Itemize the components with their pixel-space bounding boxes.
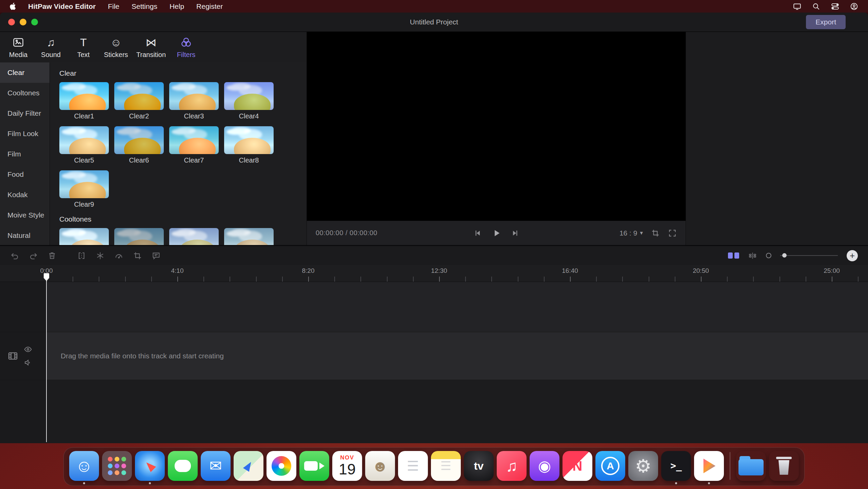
category-clear[interactable]: Clear <box>0 62 50 83</box>
maximize-button[interactable] <box>31 19 38 25</box>
tab-label: Media <box>9 51 27 59</box>
minimize-button[interactable] <box>20 19 26 25</box>
export-button[interactable]: Export <box>806 15 846 29</box>
visibility-icon[interactable] <box>24 345 32 354</box>
prev-frame-icon[interactable] <box>473 229 482 238</box>
search-icon[interactable] <box>812 2 821 11</box>
safari-icon <box>135 451 165 481</box>
tab-transition[interactable]: ⋈Transition <box>136 36 166 59</box>
dock-appstore[interactable]: A <box>595 451 625 481</box>
apple-menu-icon[interactable] <box>9 2 16 10</box>
dock-safari[interactable] <box>135 451 165 481</box>
storyboard-view-icon[interactable] <box>728 252 739 259</box>
dock-hitpaw[interactable] <box>694 451 724 481</box>
mute-icon[interactable] <box>24 358 32 367</box>
track-gutter-lower <box>0 380 46 443</box>
dock-mail[interactable]: ✉ <box>201 451 231 481</box>
aspect-ratio-value: 16 : 9 <box>619 229 637 237</box>
dock-finder[interactable]: ☺ <box>69 451 99 481</box>
dock-facetime[interactable] <box>299 451 329 481</box>
filter-thumb-cooltones-2[interactable] <box>114 228 164 245</box>
menu-settings[interactable]: Settings <box>132 2 157 11</box>
filter-thumb-Clear7[interactable]: Clear7 <box>169 126 219 164</box>
delete-icon[interactable] <box>47 251 57 260</box>
category-natural[interactable]: Natural <box>0 225 50 245</box>
crop-icon[interactable] <box>133 251 142 260</box>
undo-icon[interactable] <box>10 251 19 260</box>
timeline-ruler[interactable]: 0:004:108:2012:3016:4020:5025:00 <box>0 265 868 282</box>
dock-downloads[interactable] <box>736 451 766 481</box>
aspect-ratio-dropdown[interactable]: 16 : 9 ▾ <box>619 229 643 237</box>
playhead[interactable] <box>46 273 47 442</box>
zoom-slider[interactable] <box>780 255 838 256</box>
filter-thumb-Clear1[interactable]: Clear1 <box>59 82 109 120</box>
close-button[interactable] <box>8 19 15 25</box>
category-cooltones[interactable]: Cooltones <box>0 83 50 103</box>
dock-contacts[interactable]: ☻ <box>365 451 395 481</box>
filter-thumb-Clear6[interactable]: Clear6 <box>114 126 164 164</box>
dock-settings[interactable]: ⚙ <box>628 451 658 481</box>
category-daily-filter[interactable]: Daily Filter <box>0 103 50 124</box>
track-view-icon[interactable] <box>748 251 757 260</box>
speed-icon[interactable] <box>114 251 123 260</box>
filter-thumb-cooltones-3[interactable] <box>169 228 219 245</box>
dock-notes[interactable]: ☰ <box>431 451 461 481</box>
freeze-icon[interactable] <box>96 251 105 260</box>
running-indicator <box>83 482 85 484</box>
menu-file[interactable]: File <box>108 2 119 11</box>
split-icon[interactable] <box>77 251 86 260</box>
tab-stickers[interactable]: ☺Stickers <box>104 36 128 59</box>
filter-thumb-Clear8[interactable]: Clear8 <box>224 126 274 164</box>
menu-register[interactable]: Register <box>196 2 223 11</box>
reminders-icon: ☰ <box>398 451 428 481</box>
video-track[interactable]: Drag the media file onto this track and … <box>0 332 868 380</box>
dock-music[interactable]: ♫ <box>497 451 527 481</box>
play-icon[interactable] <box>491 228 501 238</box>
tab-media[interactable]: Media <box>6 36 31 59</box>
control-center-icon[interactable] <box>831 2 840 11</box>
category-film[interactable]: Film <box>0 144 50 164</box>
category-moive-style[interactable]: Moive Style <box>0 205 50 225</box>
filter-thumb-Clear4[interactable]: Clear4 <box>224 82 274 120</box>
filter-thumb-Clear2[interactable]: Clear2 <box>114 82 164 120</box>
filter-preview-image <box>114 82 164 110</box>
filter-thumb-cooltones-1[interactable] <box>59 228 109 245</box>
crop-icon[interactable] <box>651 229 660 238</box>
next-frame-icon[interactable] <box>511 229 520 238</box>
dock-maps[interactable] <box>234 451 263 481</box>
add-track-icon[interactable]: + <box>847 250 858 261</box>
tab-text[interactable]: TText <box>71 36 96 59</box>
zoom-handle[interactable] <box>782 253 787 258</box>
dock-appletv[interactable]: tv <box>464 451 494 481</box>
category-food[interactable]: Food <box>0 164 50 185</box>
filter-preview-image <box>59 126 109 154</box>
menubar-app-name[interactable]: HitPaw Video Editor <box>28 2 96 11</box>
filter-thumb-Clear9[interactable]: Clear9 <box>59 170 109 208</box>
dock-podcasts[interactable]: ◉ <box>530 451 559 481</box>
tab-sound[interactable]: ♫Sound <box>39 36 63 59</box>
account-icon[interactable] <box>850 2 859 11</box>
filter-thumb-Clear3[interactable]: Clear3 <box>169 82 219 120</box>
dock-news[interactable]: N <box>563 451 592 481</box>
filter-preview-image <box>169 228 219 245</box>
display-icon[interactable] <box>793 2 802 11</box>
note-icon[interactable] <box>152 251 161 260</box>
filter-thumb-cooltones-4[interactable] <box>224 228 274 245</box>
category-film-look[interactable]: Film Look <box>0 124 50 144</box>
menu-help[interactable]: Help <box>170 2 184 11</box>
dock-trash[interactable] <box>769 451 799 481</box>
redo-icon[interactable] <box>29 251 38 260</box>
timeline-lane-upper[interactable] <box>0 282 868 332</box>
dock-messages[interactable] <box>168 451 198 481</box>
filter-thumb-Clear5[interactable]: Clear5 <box>59 126 109 164</box>
dock-calendar[interactable]: NOV19 <box>332 451 362 481</box>
zoom-fit-icon[interactable] <box>766 253 771 258</box>
timeline-lane-lower[interactable] <box>0 380 868 443</box>
category-kodak[interactable]: Kodak <box>0 185 50 205</box>
dock-photos[interactable] <box>267 451 296 481</box>
dock-reminders[interactable]: ☰ <box>398 451 428 481</box>
dock-launchpad[interactable] <box>102 451 132 481</box>
fullscreen-icon[interactable] <box>668 229 677 238</box>
tab-filters[interactable]: Filters <box>174 36 198 59</box>
dock-terminal[interactable]: >_ <box>661 451 691 481</box>
